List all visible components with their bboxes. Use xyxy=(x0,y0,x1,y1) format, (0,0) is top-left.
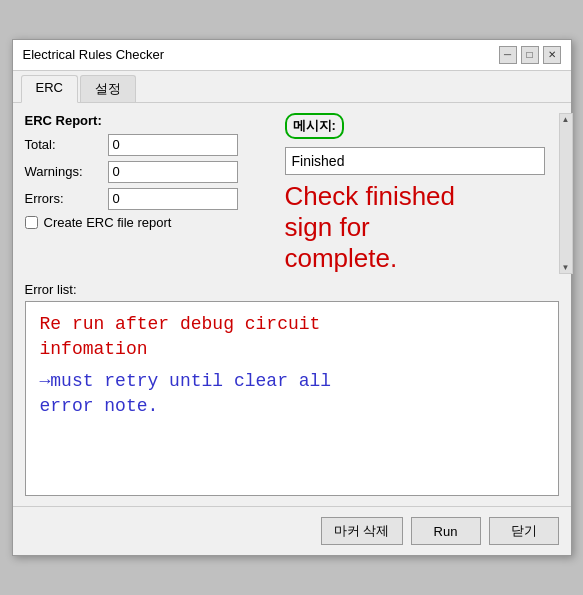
error-text-red: Re run after debug circuitinfomation xyxy=(40,312,544,362)
errors-label: Errors: xyxy=(25,191,100,206)
total-input[interactable] xyxy=(108,134,238,156)
title-bar: Electrical Rules Checker ─ □ ✕ xyxy=(13,40,571,71)
errors-row: Errors: xyxy=(25,188,275,210)
create-report-row: Create ERC file report xyxy=(25,215,275,230)
warnings-label: Warnings: xyxy=(25,164,100,179)
main-window: Electrical Rules Checker ─ □ ✕ ERC 설정 ER… xyxy=(12,39,572,557)
message-label: 메시지: xyxy=(285,113,344,139)
window-title: Electrical Rules Checker xyxy=(23,47,165,62)
bottom-bar: 마커 삭제 Run 닫기 xyxy=(13,506,571,555)
minimize-button[interactable]: ─ xyxy=(499,46,517,64)
content-area: ERC Report: Total: Warnings: Errors: Cre… xyxy=(13,103,571,507)
tab-bar: ERC 설정 xyxy=(13,71,571,103)
create-report-label: Create ERC file report xyxy=(44,215,172,230)
tab-erc[interactable]: ERC xyxy=(21,75,78,103)
left-panel: ERC Report: Total: Warnings: Errors: Cre… xyxy=(25,113,275,275)
error-list-box: Re run after debug circuitinfomation →mu… xyxy=(25,301,559,496)
close-button[interactable]: ✕ xyxy=(543,46,561,64)
total-label: Total: xyxy=(25,137,100,152)
annotation-text: Check finishedsign forcomplete. xyxy=(285,181,545,275)
run-button[interactable]: Run xyxy=(411,517,481,545)
scroll-up-icon[interactable]: ▲ xyxy=(562,115,570,124)
warnings-row: Warnings: xyxy=(25,161,275,183)
errors-input[interactable] xyxy=(108,188,238,210)
top-section: ERC Report: Total: Warnings: Errors: Cre… xyxy=(25,113,559,275)
scroll-down-icon[interactable]: ▼ xyxy=(562,263,570,272)
erc-report-label: ERC Report: xyxy=(25,113,275,128)
maximize-button[interactable]: □ xyxy=(521,46,539,64)
total-row: Total: xyxy=(25,134,275,156)
close-dialog-button[interactable]: 닫기 xyxy=(489,517,559,545)
marker-delete-button[interactable]: 마커 삭제 xyxy=(321,517,403,545)
create-report-checkbox[interactable] xyxy=(25,216,38,229)
warnings-input[interactable] xyxy=(108,161,238,183)
message-box: Finished xyxy=(285,147,545,175)
right-panel: 메시지: Finished Check finishedsign forcomp… xyxy=(285,113,559,275)
error-list-label: Error list: xyxy=(25,282,559,297)
error-text-blue: →must retry until clear allerror note. xyxy=(40,369,544,419)
tab-settings[interactable]: 설정 xyxy=(80,75,136,102)
right-panel-inner: 메시지: Finished Check finishedsign forcomp… xyxy=(285,113,559,275)
message-value: Finished xyxy=(292,153,345,169)
right-scrollbar[interactable]: ▲ ▼ xyxy=(559,113,573,275)
title-bar-buttons: ─ □ ✕ xyxy=(499,46,561,64)
